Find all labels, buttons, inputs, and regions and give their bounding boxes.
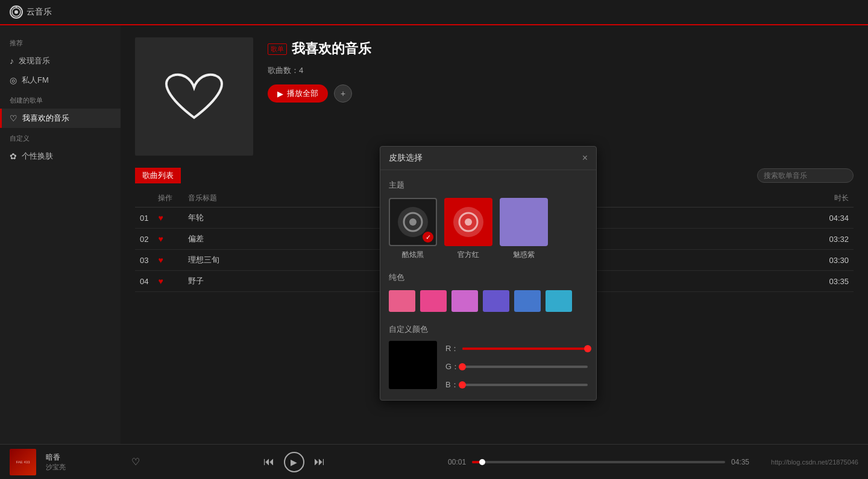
theme-label-purple: 魅惑紫 <box>513 250 535 260</box>
sidebar-section-recommend: 推荐 <box>0 35 121 51</box>
song-num: 03 <box>135 250 153 271</box>
cover-text: FAE 433 <box>16 460 30 464</box>
theme-label-red: 官方红 <box>458 250 479 260</box>
song-op: ♥ <box>153 229 183 250</box>
action-bar: ▶ 播放全部 + <box>268 84 854 103</box>
sidebar-item-fm[interactable]: ◎ 私人FM <box>0 71 121 90</box>
play-all-button[interactable]: ▶ 播放全部 <box>268 84 328 103</box>
song-duration: 04:34 <box>574 208 854 229</box>
custom-section-title: 自定义颜色 <box>389 324 588 335</box>
song-count: 歌曲数：4 <box>268 65 854 76</box>
sidebar-item-skin[interactable]: ✿ 个性换肤 <box>0 147 121 166</box>
solid-color-swatch[interactable] <box>451 290 478 312</box>
content-area: 歌单 我喜欢的音乐 歌曲数：4 ▶ 播放全部 + 歌曲列表 <box>121 25 868 444</box>
player-controls: ⏮ ▶ ⏭ <box>263 452 325 472</box>
main-layout: 推荐 ♪ 发现音乐 ◎ 私人FM 创建的歌单 ♡ 我喜欢的音乐 自定义 ✿ 个性… <box>0 25 868 444</box>
solid-color-swatch[interactable] <box>420 290 447 312</box>
player-cover: FAE 433 <box>10 449 36 475</box>
player-bar: FAE 433 暗香 沙宝亮 ♡ ⏮ ▶ ⏭ 00:01 04:35 http:… <box>0 444 868 479</box>
col-op: 操作 <box>153 189 183 208</box>
slider-thumb <box>459 381 466 389</box>
skin-dialog-body: 主题 ✓ 酷炫黑 <box>380 170 596 400</box>
skin-icon: ✿ <box>10 151 17 161</box>
song-op: ♥ <box>153 250 183 271</box>
theme-option-red[interactable]: 官方红 <box>444 198 492 260</box>
player-song-name: 暗香 <box>46 452 118 463</box>
add-button[interactable]: + <box>334 84 352 103</box>
sidebar-label-my-music: 我喜欢的音乐 <box>22 113 69 124</box>
sidebar-label-fm: 私人FM <box>22 75 49 86</box>
sidebar-label-skin: 个性换肤 <box>22 151 53 162</box>
song-num: 04 <box>135 271 153 292</box>
slider-label: G： <box>445 361 458 372</box>
sidebar-section-created: 创建的歌单 <box>0 92 121 109</box>
total-time: 04:35 <box>731 458 749 466</box>
slider-label: B： <box>445 379 458 390</box>
slider-thumb <box>459 363 466 370</box>
theme-section-title: 主题 <box>389 180 588 191</box>
svg-point-6 <box>465 218 472 226</box>
fm-icon: ◎ <box>10 75 17 85</box>
slider-track[interactable] <box>462 347 588 350</box>
song-heart-icon[interactable]: ♥ <box>158 255 163 265</box>
sidebar-section-custom: 自定义 <box>0 130 121 147</box>
current-time: 00:01 <box>448 458 466 466</box>
prev-button[interactable]: ⏮ <box>263 455 274 468</box>
search-songs-input[interactable] <box>757 168 854 183</box>
slider-track[interactable] <box>462 366 588 368</box>
theme-thumb-red <box>444 198 492 246</box>
heart-icon: ♡ <box>10 113 17 123</box>
playlist-info: 歌单 我喜欢的音乐 歌曲数：4 ▶ 播放全部 + <box>268 37 854 156</box>
player-like-button[interactable]: ♡ <box>131 456 140 468</box>
solid-color-swatch[interactable] <box>514 290 541 312</box>
player-artist: 沙宝亮 <box>46 463 118 472</box>
next-button[interactable]: ⏭ <box>314 455 325 468</box>
theme-options: ✓ 酷炫黑 官方红 <box>389 198 588 260</box>
sidebar: 推荐 ♪ 发现音乐 ◎ 私人FM 创建的歌单 ♡ 我喜欢的音乐 自定义 ✿ 个性… <box>0 25 121 444</box>
skin-dialog: 皮肤选择 × 主题 ✓ <box>380 146 597 401</box>
playlist-title: 我喜欢的音乐 <box>292 40 371 58</box>
song-list-label: 歌曲列表 <box>135 168 181 183</box>
theme-option-dark[interactable]: ✓ 酷炫黑 <box>389 198 437 260</box>
play-all-label: 播放全部 <box>287 88 318 99</box>
skin-close-button[interactable]: × <box>582 153 588 163</box>
playlist-tag-title: 歌单 我喜欢的音乐 <box>268 40 854 58</box>
music-icon: ♪ <box>10 56 14 66</box>
song-num: 01 <box>135 208 153 229</box>
slider-row: G： <box>445 361 588 372</box>
song-heart-icon[interactable]: ♥ <box>158 234 163 244</box>
song-op: ♥ <box>153 271 183 292</box>
theme-logo-red <box>453 207 483 237</box>
play-pause-button[interactable]: ▶ <box>284 452 304 472</box>
song-duration: 03:32 <box>574 229 854 250</box>
sidebar-item-discover[interactable]: ♪ 发现音乐 <box>0 51 121 71</box>
song-heart-icon[interactable]: ♥ <box>158 213 163 223</box>
progress-bar[interactable] <box>472 461 725 463</box>
slider-track[interactable] <box>462 384 588 386</box>
theme-thumb-purple <box>500 198 548 246</box>
playlist-tag: 歌单 <box>268 43 287 55</box>
svg-point-4 <box>409 218 417 226</box>
solid-color-swatch[interactable] <box>389 290 415 312</box>
svg-point-1 <box>14 10 18 14</box>
custom-color-row: R： G： B： <box>389 341 588 390</box>
app-name: 云音乐 <box>27 7 52 17</box>
playlist-cover <box>135 37 253 156</box>
song-duration: 03:35 <box>574 271 854 292</box>
solid-color-swatch[interactable] <box>483 290 509 312</box>
col-num <box>135 189 153 208</box>
sidebar-item-my-music[interactable]: ♡ 我喜欢的音乐 <box>0 109 121 128</box>
song-duration: 03:30 <box>574 250 854 271</box>
solid-color-swatch[interactable] <box>546 290 572 312</box>
theme-option-purple[interactable]: 魅惑紫 <box>500 198 548 260</box>
play-icon: ▶ <box>277 89 283 98</box>
skin-dialog-title: 皮肤选择 <box>389 153 423 163</box>
col-duration: 时长 <box>574 189 854 208</box>
selected-check: ✓ <box>423 232 433 243</box>
progress-area: 00:01 04:35 <box>448 458 749 466</box>
logo-icon <box>10 5 23 19</box>
skin-dialog-header: 皮肤选择 × <box>380 147 596 170</box>
theme-thumb-dark: ✓ <box>389 198 437 246</box>
theme-logo-dark <box>398 207 428 237</box>
song-heart-icon[interactable]: ♥ <box>158 276 163 286</box>
